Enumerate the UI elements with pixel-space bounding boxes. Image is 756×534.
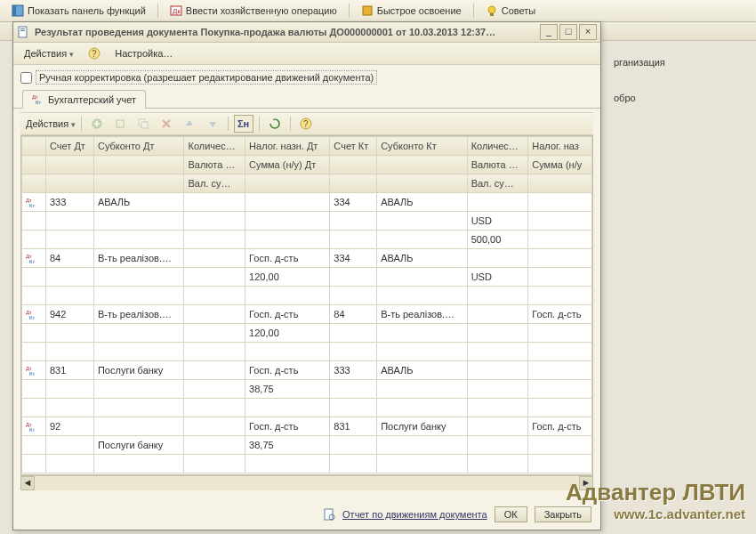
cell-tax-kt[interactable]	[528, 361, 592, 380]
cell-sub-kt[interactable]: В-ть реалізов.…	[377, 305, 468, 324]
cell-sub-dt[interactable]: В-ть реалізов.…	[93, 249, 184, 268]
sum-button[interactable]: Σн	[234, 115, 253, 133]
cell-qty-kt[interactable]	[467, 249, 528, 268]
cell-sum-kt[interactable]	[528, 436, 592, 455]
cell-tax-dt[interactable]: Госп. д-сть	[245, 417, 330, 436]
cell-sub-kt[interactable]: АВАЛЬ	[377, 361, 468, 380]
col-sub-dt[interactable]: Субконто Дт	[93, 137, 184, 156]
cell-valsum-dt[interactable]	[184, 231, 245, 249]
cell-sub-dt2[interactable]	[93, 324, 184, 343]
col-sub-kt[interactable]: Субконто Кт	[377, 137, 468, 156]
cell-sub-kt[interactable]: АВАЛЬ	[377, 249, 468, 268]
table-row[interactable]: 38,75	[22, 380, 592, 399]
col-cur-dt[interactable]: Валюта …	[184, 156, 245, 174]
cell-sum-kt[interactable]	[528, 212, 592, 231]
cell-valsum-kt[interactable]	[467, 343, 528, 361]
col-valsum-dt[interactable]: Вал. су…	[184, 174, 245, 193]
cell-cur-dt[interactable]	[184, 212, 245, 231]
cell-acc-dt[interactable]: 942	[46, 305, 94, 324]
table-row[interactable]	[22, 455, 592, 473]
table-row[interactable]: ДтКт 84 В-ть реалізов.… Госп. д-сть 334 …	[22, 249, 592, 268]
table-row[interactable]: 500,00	[22, 231, 592, 249]
table-row[interactable]	[22, 399, 592, 417]
cell-tax-kt[interactable]	[528, 193, 592, 212]
cell-sub-dt[interactable]	[93, 417, 184, 436]
table-row[interactable]: ДтКт 333 АВАЛЬ 334 АВАЛЬ	[22, 193, 592, 212]
help-button[interactable]: ?	[296, 115, 316, 133]
col-sum-kt[interactable]: Сумма (н/у	[528, 156, 592, 174]
cell-sum-kt[interactable]	[528, 268, 592, 287]
cell-cur-kt[interactable]	[467, 436, 528, 455]
cell-cur-kt[interactable]: USD	[467, 212, 528, 231]
scroll-left-button[interactable]: ◄	[20, 476, 35, 490]
cell-sub-dt2[interactable]	[93, 380, 184, 399]
col-qty-dt[interactable]: Количес…	[184, 137, 245, 156]
cell-sum-kt[interactable]	[528, 324, 592, 343]
actions-menu[interactable]: Действия	[19, 46, 79, 61]
cell-tax-dt[interactable]: Госп. д-сть	[245, 305, 330, 324]
close-footer-button[interactable]: Закрыть	[535, 506, 591, 522]
quick-start-button[interactable]: Быстрое освоение	[355, 2, 468, 20]
col-acc-kt[interactable]: Счет Кт	[330, 137, 377, 156]
cell-cur-dt[interactable]	[184, 268, 245, 287]
enter-operation-button[interactable]: Дк Ввести хозяйственную операцию	[164, 2, 343, 20]
table-row[interactable]: 120,00 USD	[22, 268, 592, 287]
tab-accounting[interactable]: ДтКт Бухгалтерский учет	[22, 90, 146, 109]
ok-button[interactable]: ОК	[495, 506, 527, 522]
cell-cur-kt[interactable]	[467, 324, 528, 343]
cell-valsum-dt[interactable]	[184, 399, 245, 417]
cell-qty-kt[interactable]	[467, 417, 528, 436]
cell-cur-kt[interactable]: USD	[467, 268, 528, 287]
cell-qty-dt[interactable]	[184, 305, 245, 324]
cell-valsum-dt[interactable]	[184, 455, 245, 473]
cell-sub-dt2[interactable]	[93, 212, 184, 231]
cell-tax-kt[interactable]	[528, 249, 592, 268]
cell-acc-dt[interactable]: 831	[46, 361, 94, 380]
table-row[interactable]: USD	[22, 212, 592, 231]
col-acc-dt[interactable]: Счет Дт	[46, 137, 94, 156]
cell-valsum-kt[interactable]: 500,00	[467, 231, 528, 249]
col-tax-dt[interactable]: Налог. назн. Дт	[245, 137, 330, 156]
cell-tax-kt[interactable]: Госп. д-сть	[528, 417, 592, 436]
col-tax-kt[interactable]: Налог. наз	[528, 137, 592, 156]
cell-qty-dt[interactable]	[184, 249, 245, 268]
tips-button[interactable]: Советы	[479, 2, 542, 20]
cell-sum-dt[interactable]: 38,75	[245, 436, 330, 455]
grid-actions-menu[interactable]: Действия	[26, 118, 76, 129]
cell-tax-dt[interactable]: Госп. д-сть	[245, 361, 330, 380]
cell-valsum-dt[interactable]	[184, 287, 245, 305]
table-row[interactable]: 120,00	[22, 324, 592, 343]
close-button[interactable]: ×	[579, 24, 597, 40]
table-row[interactable]	[22, 287, 592, 305]
cell-sub-dt2[interactable]	[93, 268, 184, 287]
col-qty-kt[interactable]: Количес…	[467, 137, 528, 156]
cell-qty-dt[interactable]	[184, 361, 245, 380]
grid[interactable]: Счет Дт Субконто Дт Количес… Налог. назн…	[20, 135, 593, 475]
cell-valsum-kt[interactable]	[467, 455, 528, 473]
cell-acc-kt[interactable]: 334	[330, 193, 377, 212]
cell-sum-dt[interactable]	[245, 212, 330, 231]
cell-acc-dt[interactable]: 333	[46, 193, 94, 212]
cell-sub-dt[interactable]: В-ть реалізов.…	[93, 305, 184, 324]
scroll-right-button[interactable]: ►	[579, 476, 593, 490]
manual-edit-checkbox[interactable]	[20, 72, 32, 84]
report-link[interactable]: Отчет по движениям документа	[342, 509, 487, 520]
cell-acc-kt[interactable]: 333	[330, 361, 377, 380]
table-row[interactable]: ДтКт 92 Госп. д-сть 831 Послуги банку Го…	[22, 417, 592, 436]
cell-cur-dt[interactable]	[184, 436, 245, 455]
cell-sub-dt[interactable]: Послуги банку	[93, 361, 184, 380]
cell-acc-kt[interactable]: 831	[330, 417, 377, 436]
show-functions-panel-button[interactable]: Показать панель функций	[5, 2, 152, 20]
cell-acc-dt[interactable]: 84	[46, 249, 94, 268]
cell-sub-dt[interactable]: АВАЛЬ	[93, 193, 184, 212]
cell-cur-kt[interactable]	[467, 380, 528, 399]
cell-sum-dt[interactable]: 38,75	[245, 380, 330, 399]
horizontal-scrollbar[interactable]: ◄ ►	[20, 475, 593, 490]
table-row[interactable]: ДтКт 831 Послуги банку Госп. д-сть 333 А…	[22, 361, 592, 380]
cell-sum-dt[interactable]: 120,00	[245, 324, 330, 343]
cell-sub-dt2[interactable]: Послуги банку	[93, 436, 184, 455]
cell-valsum-kt[interactable]	[467, 287, 528, 305]
cell-qty-kt[interactable]	[467, 361, 528, 380]
cell-qty-dt[interactable]	[184, 417, 245, 436]
col-sum-dt[interactable]: Сумма (н/у) Дт	[245, 156, 330, 174]
